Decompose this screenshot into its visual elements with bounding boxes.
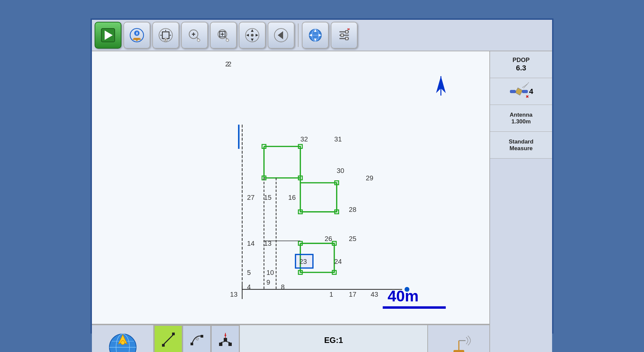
svg-rect-112 [201,335,203,338]
download-button[interactable]: ⬇ [123,22,150,49]
svg-rect-8 [162,32,169,39]
satellite-panel: 4 [490,78,552,105]
svg-marker-28 [251,39,254,41]
zoom-in-button[interactable] [181,22,208,49]
svg-text:25: 25 [349,235,357,242]
map-container: 2 [92,51,490,352]
dgps-icon [442,334,476,352]
svg-rect-110 [172,333,175,335]
svg-text:13: 13 [264,240,271,247]
svg-rect-129 [522,90,528,93]
dgps-area: DGPS [427,325,489,352]
svg-rect-116 [224,338,227,341]
map-canvas[interactable]: 2 [92,51,489,325]
svg-point-19 [197,39,200,42]
svg-point-14 [165,39,166,41]
bottom-middle-tools: EG:1 Next ID EG [154,325,427,352]
svg-text:32: 32 [300,135,308,143]
svg-text:16: 16 [288,194,296,201]
svg-text:40m: 40m [388,287,419,305]
toolbar-separator [298,23,299,47]
pdop-label: PDOP [513,57,530,64]
antenna-value: 1.300m [512,118,531,125]
svg-rect-100 [383,306,446,309]
gps-button-area[interactable]: ▼ [92,325,154,352]
node-tool-button[interactable] [211,325,239,352]
svg-marker-30 [256,34,258,37]
svg-rect-44 [345,31,348,33]
pdop-value: 6.3 [516,64,526,72]
bottom-toolbar: ▼ [92,325,489,352]
svg-marker-29 [246,34,249,37]
svg-text:17: 17 [349,291,357,298]
survey-map-svg: 2 [92,51,489,324]
svg-text:30: 30 [337,167,344,174]
svg-line-108 [163,334,174,345]
main-area: 2 [92,51,552,352]
svg-rect-111 [191,343,193,345]
svg-rect-113 [196,338,199,340]
pan-button[interactable] [239,22,266,49]
satellite-count: 4 [529,87,533,96]
right-panel-spacer [490,159,552,352]
svg-text:26: 26 [325,235,332,242]
satellite-icon [509,81,529,102]
svg-text:24: 24 [334,258,342,265]
svg-text:⬇: ⬇ [136,32,138,35]
svg-text:1: 1 [329,291,333,298]
svg-text:43: 43 [371,291,378,298]
svg-text:27: 27 [247,194,254,201]
svg-rect-128 [510,90,516,93]
svg-point-107 [121,341,125,345]
svg-line-118 [225,341,230,343]
eg-value: EG:1 [324,336,343,345]
svg-point-31 [251,34,254,37]
svg-text:15: 15 [264,194,271,201]
svg-marker-33 [278,31,283,39]
curve-tool-button[interactable] [182,325,211,352]
eg-display: EG:1 [239,325,427,352]
gps-icon [104,328,141,352]
svg-line-117 [221,341,225,343]
svg-text:9: 9 [266,279,270,286]
svg-text:8: 8 [281,283,285,291]
svg-text:28: 28 [349,206,357,213]
right-panel: PDOP 6.3 4 [490,51,552,352]
std-measure-label: Standard [509,138,534,145]
back-button[interactable] [268,22,294,49]
svg-text:23: 23 [300,258,307,265]
svg-text:29: 29 [366,174,373,182]
zoom-fit-button[interactable] [152,22,179,49]
line-tool-button[interactable] [154,325,182,352]
svg-rect-127 [515,88,523,95]
svg-rect-45 [341,34,343,37]
svg-rect-46 [345,37,348,40]
main-window: ⬇ [91,18,553,334]
forward-button[interactable] [95,22,121,49]
antenna-label: Antenna [510,112,533,118]
svg-text:5: 5 [247,269,251,276]
zoom-window-button[interactable] [210,22,237,49]
toolbar: ⬇ [92,20,552,51]
svg-text:31: 31 [334,135,342,143]
tool-buttons-row: EG:1 [154,325,427,352]
antenna-panel: Antenna 1.300m [490,105,552,132]
globe-move-button[interactable] [302,22,329,49]
svg-rect-115 [228,343,232,346]
svg-rect-5 [133,39,141,40]
svg-text:4: 4 [247,283,251,291]
svg-text:10: 10 [266,269,274,276]
svg-rect-114 [219,343,222,346]
svg-rect-49 [92,52,489,323]
std-measure-sub: Measure [509,145,533,152]
std-measure-panel: Standard Measure [490,132,552,159]
pdop-panel: PDOP 6.3 [490,51,552,78]
svg-point-25 [226,39,229,42]
svg-rect-109 [162,344,165,347]
svg-text:14: 14 [247,240,254,247]
svg-rect-124 [453,350,464,352]
svg-text:2: 2 [225,60,229,68]
settings-button[interactable] [331,22,358,49]
svg-text:13: 13 [230,291,238,298]
svg-marker-27 [251,29,254,32]
